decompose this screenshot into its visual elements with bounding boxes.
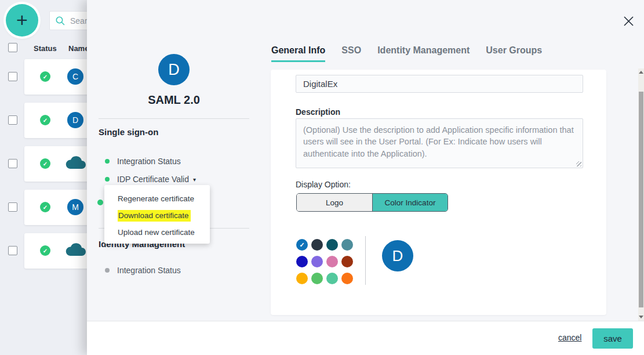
- column-header-name: Name: [68, 44, 89, 53]
- description-placeholder: (Optional) Use the description to add Ap…: [303, 125, 574, 158]
- table-row[interactable]: ✓C: [24, 59, 89, 95]
- display-option-logo[interactable]: Logo: [297, 194, 372, 211]
- status-dot-gray: [105, 268, 110, 273]
- application-settings-modal: D SAML 2.0 Single sign-on Integration St…: [87, 0, 644, 355]
- app-avatar: D: [158, 54, 190, 85]
- status-dot-green: [105, 177, 110, 182]
- nav-item-idp-certificate[interactable]: IDP Certificate Valid▾: [117, 175, 196, 184]
- search-icon: [55, 16, 66, 26]
- nav-item-idm-integration-status[interactable]: Integration Status: [117, 266, 181, 275]
- modal-tabs: General InfoSSOIdentity ManagementUser G…: [271, 45, 542, 62]
- menu-item-upload-new-certificate[interactable]: Upload new certificate: [104, 224, 210, 241]
- description-label: Description: [296, 107, 340, 117]
- scroll-down-icon[interactable]: [639, 316, 643, 318]
- status-active-icon: ✓: [40, 158, 50, 169]
- row-checkbox[interactable]: [8, 246, 17, 255]
- highlighted-menu-text: Download certificate: [118, 210, 191, 222]
- sso-section-heading: Single sign-on: [99, 127, 158, 137]
- table-row[interactable]: ✓: [24, 233, 89, 269]
- tab-general-info[interactable]: General Info: [271, 45, 325, 62]
- select-all-checkbox[interactable]: [8, 43, 17, 52]
- color-swatch[interactable]: [326, 239, 338, 251]
- display-option-toggle: LogoColor Indicator: [296, 193, 448, 212]
- application-name-input[interactable]: [296, 75, 583, 93]
- row-checkbox[interactable]: [8, 72, 17, 81]
- general-info-panel: Description (Optional) Use the descripti…: [271, 70, 606, 315]
- color-swatch[interactable]: [341, 239, 353, 251]
- tab-sso[interactable]: SSO: [341, 45, 361, 62]
- color-indicator-preview: D: [382, 240, 413, 271]
- plus-icon: +: [16, 10, 28, 30]
- nav-item-integration-status[interactable]: Integration Status: [117, 157, 181, 166]
- color-swatch[interactable]: [326, 256, 338, 267]
- display-option-color-indicator[interactable]: Color Indicator: [372, 194, 447, 211]
- selected-check-icon: ✓: [299, 241, 304, 249]
- divider: [365, 236, 366, 285]
- scrollbar-thumb[interactable]: [639, 92, 643, 307]
- tab-identity-management[interactable]: Identity Management: [377, 45, 470, 62]
- color-swatch[interactable]: [311, 256, 323, 267]
- color-swatch[interactable]: [296, 256, 308, 267]
- avatar: D: [67, 112, 83, 128]
- screen: + Search Status Name ✓C✓D✓✓M✓ D SAML 2.0: [0, 0, 644, 355]
- add-application-button[interactable]: +: [6, 4, 38, 37]
- table-row[interactable]: ✓M: [24, 190, 89, 225]
- nav-item-label: IDP Certificate Valid: [117, 175, 189, 184]
- color-palette: ✓: [296, 239, 353, 284]
- color-swatch[interactable]: [311, 239, 323, 251]
- save-button[interactable]: save: [592, 328, 633, 349]
- app-protocol-label: SAML 2.0: [99, 93, 249, 107]
- color-swatch[interactable]: [311, 273, 323, 284]
- chevron-down-icon: ▾: [193, 176, 196, 183]
- cloud-icon: [65, 243, 88, 260]
- vertical-scrollbar[interactable]: [638, 68, 644, 321]
- app-initial: D: [168, 61, 180, 79]
- status-active-icon: ✓: [40, 115, 50, 125]
- divider: [99, 118, 249, 119]
- scroll-up-icon[interactable]: [639, 71, 643, 74]
- close-icon[interactable]: [621, 13, 636, 28]
- display-option-label: Display Option:: [296, 180, 351, 189]
- column-header-status: Status: [34, 44, 57, 53]
- color-swatch[interactable]: ✓: [296, 239, 308, 251]
- description-textarea[interactable]: (Optional) Use the description to add Ap…: [296, 118, 583, 168]
- color-swatch[interactable]: [326, 273, 338, 284]
- avatar: M: [67, 199, 83, 215]
- menu-item-download-certificate[interactable]: Download certificate: [104, 207, 210, 224]
- certificate-dropdown-menu: Regenerate certificateDownload certifica…: [104, 185, 210, 244]
- table-row[interactable]: ✓: [24, 146, 89, 182]
- table-row[interactable]: ✓D: [24, 103, 89, 138]
- row-checkbox[interactable]: [8, 159, 17, 168]
- row-checkbox[interactable]: [8, 202, 17, 212]
- color-swatch[interactable]: [296, 273, 308, 284]
- status-active-icon: ✓: [40, 202, 50, 212]
- preview-initial: D: [392, 247, 403, 265]
- status-active-icon: ✓: [40, 245, 50, 256]
- tab-user-groups[interactable]: User Groups: [486, 45, 542, 62]
- avatar: C: [67, 68, 83, 85]
- status-active-icon: ✓: [40, 71, 50, 82]
- cloud-icon: [65, 156, 88, 173]
- status-dot-green: [97, 200, 103, 205]
- color-swatch[interactable]: [341, 256, 353, 267]
- resize-grip-icon[interactable]: [576, 161, 581, 166]
- cancel-button[interactable]: cancel: [558, 333, 581, 342]
- row-checkbox[interactable]: [8, 115, 17, 125]
- menu-item-regenerate-certificate[interactable]: Regenerate certificate: [104, 190, 210, 207]
- status-dot-green: [105, 159, 110, 164]
- color-swatch[interactable]: [341, 273, 353, 284]
